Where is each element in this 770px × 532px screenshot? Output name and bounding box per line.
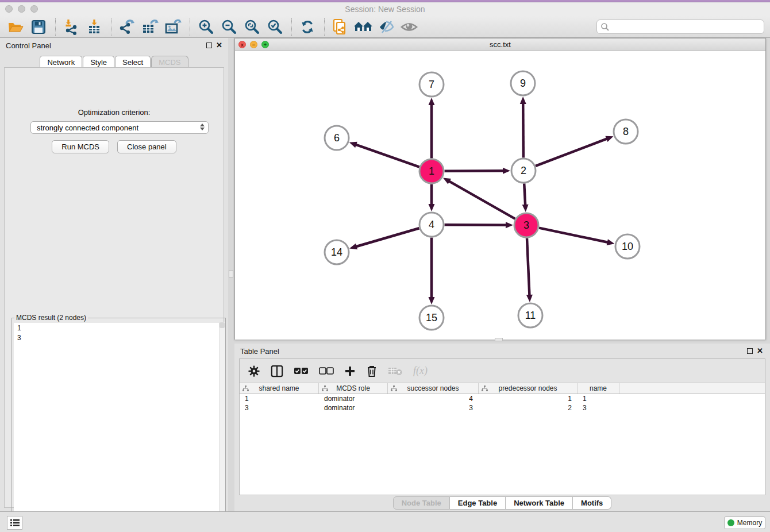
save-session-icon[interactable]: [29, 18, 48, 36]
tab-mcds[interactable]: MCDS: [151, 56, 188, 68]
create-column-icon[interactable]: [344, 365, 356, 377]
cell-name[interactable]: 1: [578, 394, 619, 403]
float-table-panel-icon[interactable]: [747, 348, 753, 354]
tab-style[interactable]: Style: [83, 56, 114, 68]
close-panel-icon[interactable]: ✕: [216, 41, 222, 49]
node-label: 15: [426, 312, 437, 323]
memory-button[interactable]: Memory: [724, 516, 765, 529]
cell-mcds-role[interactable]: dominator: [319, 403, 388, 413]
network-canvas[interactable]: 7968124314101511: [235, 51, 765, 340]
cell-successor-nodes[interactable]: 4: [388, 394, 479, 403]
close-table-panel-icon[interactable]: ✕: [757, 347, 763, 355]
export-table-icon[interactable]: [140, 18, 160, 36]
toolbar-separator: [324, 18, 325, 36]
tab-network[interactable]: Network: [40, 56, 82, 68]
float-panel-icon[interactable]: [206, 43, 212, 48]
delete-table-icon[interactable]: [388, 366, 403, 376]
window-title: Session: New Session: [0, 5, 770, 14]
graph-node-8[interactable]: 8: [614, 119, 638, 144]
graph-node-15[interactable]: 15: [419, 306, 444, 330]
graph-node-11[interactable]: 11: [518, 303, 542, 327]
edge-3-10[interactable]: [539, 228, 609, 242]
cell-predecessor-nodes[interactable]: 2: [479, 403, 578, 413]
graph-node-9[interactable]: 9: [511, 71, 535, 95]
graph-node-4[interactable]: 4: [419, 213, 444, 237]
edge-arrowhead: [429, 204, 435, 211]
zoom-fit-icon[interactable]: [242, 18, 261, 36]
panel-splitter-handle[interactable]: [229, 270, 233, 277]
search-input[interactable]: [610, 21, 764, 33]
criterion-dropdown[interactable]: strongly connected component: [30, 121, 209, 134]
edge-arrowhead: [522, 205, 529, 212]
node-label: 10: [622, 241, 633, 252]
search-box[interactable]: [596, 20, 764, 34]
cell-shared-name[interactable]: 1: [240, 394, 319, 403]
mcds-tab-content: Optimization criterion: strongly connect…: [4, 67, 224, 508]
graph-node-1[interactable]: 1: [419, 159, 444, 183]
network-window-titlebar[interactable]: x − + scc.txt: [235, 38, 765, 51]
edge-3-11[interactable]: [527, 238, 529, 296]
edge-4-14[interactable]: [356, 228, 419, 246]
graph-node-14[interactable]: 14: [325, 240, 349, 264]
edge-1-2[interactable]: [444, 171, 504, 171]
mcds-result-text[interactable]: 13: [14, 323, 222, 532]
zoom-out-icon[interactable]: [219, 18, 238, 36]
cell-name[interactable]: 3: [578, 403, 619, 413]
network-table-splitter-handle[interactable]: [495, 338, 503, 341]
control-panel: Control Panel ✕ NetworkStyleSelectMCDS O…: [0, 38, 228, 511]
import-table-icon[interactable]: [84, 18, 104, 36]
show-graphics-eye-icon[interactable]: [399, 18, 419, 36]
close-panel-button[interactable]: Close panel: [117, 140, 176, 153]
column-header-successor-nodes[interactable]: successor nodes: [388, 383, 479, 394]
edge-4-3[interactable]: [444, 225, 507, 225]
zoom-selected-icon[interactable]: [265, 18, 284, 36]
import-network-icon[interactable]: [61, 18, 81, 36]
toggle-panel-layout-icon[interactable]: [271, 365, 283, 377]
edge-2-9[interactable]: [523, 103, 523, 158]
cell-successor-nodes[interactable]: 3: [388, 403, 479, 413]
home-icon[interactable]: [353, 18, 373, 36]
cell-predecessor-nodes[interactable]: 1: [479, 394, 578, 403]
table-row[interactable]: 1dominator411: [240, 394, 765, 403]
edge-2-8[interactable]: [536, 138, 607, 166]
column-header-mcds-role[interactable]: MCDS role: [319, 383, 388, 394]
tab-motifs[interactable]: Motifs: [573, 496, 611, 510]
graph-node-6[interactable]: 6: [325, 126, 349, 150]
deselect-all-columns-icon[interactable]: [319, 367, 334, 375]
cell-mcds-role[interactable]: dominator: [319, 394, 388, 403]
table-settings-gear-icon[interactable]: [248, 365, 260, 377]
edge-1-6[interactable]: [355, 144, 419, 167]
tab-edge-table[interactable]: Edge Table: [450, 496, 506, 510]
graph-node-10[interactable]: 10: [615, 234, 640, 259]
run-mcds-button[interactable]: Run MCDS: [52, 140, 109, 153]
export-network-icon[interactable]: [117, 18, 137, 36]
tab-node-table[interactable]: Node Table: [393, 496, 450, 510]
graph-node-3[interactable]: 3: [514, 213, 538, 237]
memory-label: Memory: [737, 519, 762, 527]
show-panels-list-button[interactable]: [7, 516, 22, 530]
hide-style-icon[interactable]: [376, 18, 396, 36]
apply-layout-icon[interactable]: [298, 18, 317, 36]
column-header-predecessor-nodes[interactable]: predecessor nodes: [479, 383, 578, 394]
export-image-icon[interactable]: [163, 18, 183, 36]
tab-select[interactable]: Select: [115, 56, 151, 68]
edge-3-1[interactable]: [449, 181, 515, 219]
function-builder-icon[interactable]: f(x): [413, 365, 428, 377]
clone-network-icon[interactable]: [330, 18, 350, 36]
edge-arrowhead: [429, 98, 435, 105]
open-session-icon[interactable]: [6, 18, 25, 36]
graph-node-7[interactable]: 7: [419, 72, 444, 97]
select-all-columns-icon[interactable]: [294, 367, 309, 375]
delete-column-trash-icon[interactable]: [366, 365, 378, 377]
network-graph[interactable]: 7968124314101511: [235, 51, 765, 340]
node-label: 1: [429, 165, 434, 177]
column-header-name[interactable]: name: [578, 383, 619, 394]
cell-shared-name[interactable]: 3: [240, 403, 319, 413]
result-scrollbar[interactable]: [219, 322, 225, 530]
table-row[interactable]: 3dominator323: [240, 403, 765, 413]
tab-network-table[interactable]: Network Table: [506, 496, 573, 510]
edge-2-3[interactable]: [524, 183, 525, 206]
zoom-in-icon[interactable]: [196, 18, 215, 36]
graph-node-2[interactable]: 2: [511, 159, 536, 183]
column-header-shared-name[interactable]: shared name: [240, 383, 319, 394]
